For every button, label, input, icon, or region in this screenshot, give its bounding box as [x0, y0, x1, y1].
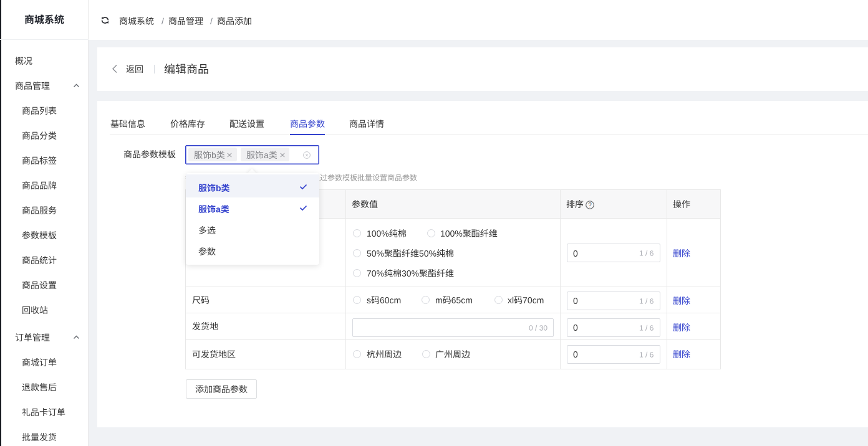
svg-text:?: ?: [589, 202, 592, 209]
